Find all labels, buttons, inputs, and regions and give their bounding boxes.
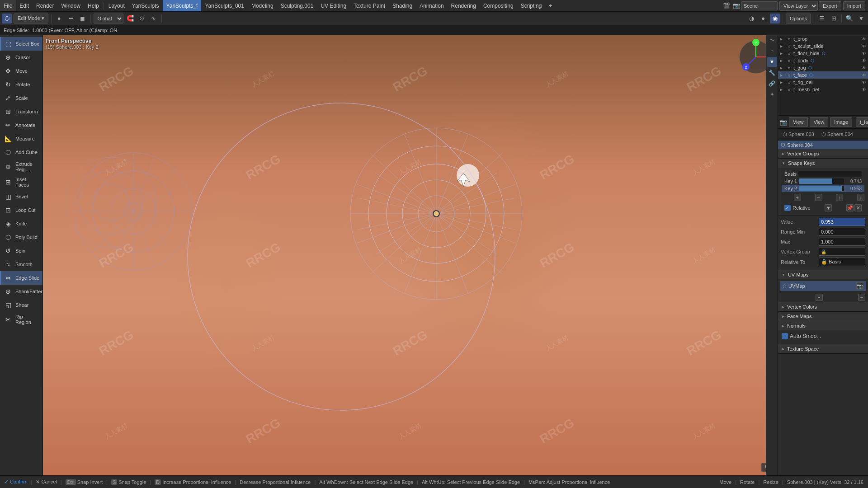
oi-eye-t-gog[interactable]: 👁 <box>862 66 866 70</box>
uv-add-btn[interactable]: + <box>816 294 823 301</box>
view-toolbar-icon[interactable]: 📷 <box>780 117 787 127</box>
outliner-item-t-body[interactable]: ▶ ○ t_body ⬡ 👁 <box>778 57 868 64</box>
oi-eye-t-rig-oel[interactable]: 👁 <box>862 80 866 85</box>
ri-data-props[interactable]: ▼ <box>767 57 777 67</box>
menu-file[interactable]: File <box>0 0 16 11</box>
shape-key-basis[interactable]: Basis <box>782 170 864 178</box>
vertex-groups-header[interactable]: ▶ Vertex Groups <box>778 149 868 158</box>
view-btn[interactable]: View <box>789 117 808 127</box>
vertex-mode[interactable]: ● <box>54 14 64 23</box>
view-btn2[interactable]: View <box>810 117 829 127</box>
oi-eye-t-face[interactable]: 👁 <box>862 73 866 78</box>
menu-yansculpts-001[interactable]: YanSculpts_001 <box>201 0 248 11</box>
sk-down-btn[interactable]: ↓ <box>857 194 864 201</box>
edit-mode-icon[interactable]: ⬡ <box>2 14 12 23</box>
header-icon1[interactable]: ☰ <box>817 14 827 23</box>
outliner-item-t-rig-oel[interactable]: ▶ ○ t_rig_oel 👁 <box>778 79 868 86</box>
tool-add-cube[interactable]: ⬡ Add Cube <box>0 145 42 159</box>
filter-icon[interactable]: ▼ <box>856 14 866 23</box>
shape-key-key-2[interactable]: Key 2 0.953 <box>782 185 864 192</box>
vertex-colors-header[interactable]: ▶ Vertex Colors <box>778 302 868 311</box>
tool-shrink-fatten[interactable]: ⊛ ShrinkFatten <box>0 285 42 298</box>
oi-eye-t-sculpt-slide[interactable]: 👁 <box>862 44 866 49</box>
oi-eye-t-prop[interactable]: 👁 <box>862 37 866 42</box>
normals-header[interactable]: ▶ Normals <box>778 321 868 330</box>
tool-inset-faces[interactable]: ⊞ Inset Faces <box>0 174 42 190</box>
render-icon[interactable]: 🎬 <box>722 1 731 11</box>
oi-eye-t-body[interactable]: 👁 <box>862 58 866 63</box>
snap-icon[interactable]: 🧲 <box>125 14 135 23</box>
t-face-btn[interactable]: t_face <box>856 117 868 127</box>
resize-btn[interactable]: Resize <box>761 479 780 485</box>
menu-help[interactable]: Help <box>84 0 103 11</box>
scene-icon[interactable]: 📷 <box>731 1 741 11</box>
value-field[interactable]: 0.953 <box>819 218 865 226</box>
outliner-item-t-face[interactable]: ▶ ○ t_face ⬡ 👁 <box>778 71 868 79</box>
texture-space-header[interactable]: ▶ Texture Space <box>778 344 868 353</box>
sk-close-btn[interactable]: ✕ <box>854 204 862 211</box>
sphere-004-tab[interactable]: ⬡ Sphere.004 <box>819 131 856 138</box>
uv-remove-btn[interactable]: − <box>858 294 865 301</box>
shape-keys-header[interactable]: ▼ Shape Keys <box>778 159 868 168</box>
main-viewport[interactable]: RRCG 人人素材 RRCG 人人素材 RRCG 人人素材 RRCG 人人素材 … <box>43 35 778 475</box>
menu-window[interactable]: Window <box>57 0 84 11</box>
outliner-item-t-floor-hide[interactable]: ▶ ○ t_floor_hide ⬡ 👁 <box>778 50 868 57</box>
xray-toggle[interactable]: ◑ <box>746 14 756 23</box>
uvmap-camera-btn[interactable]: 📷 <box>856 282 863 290</box>
tool-spin[interactable]: ↺ Spin <box>0 244 42 258</box>
view-layer-select[interactable]: View Layer <box>779 1 818 11</box>
menu-texture-paint[interactable]: Texture Paint <box>350 0 389 11</box>
uvmap-item[interactable]: ⬡ UVMap 📷 <box>780 281 866 291</box>
tool-cursor[interactable]: ⊕ Cursor <box>0 51 42 64</box>
tool-loop-cut[interactable]: ⊡ Loop Cut <box>0 203 42 217</box>
sk-add-btn[interactable]: + <box>794 194 801 201</box>
menu-shading[interactable]: Shading <box>389 0 416 11</box>
sphere-003-tab[interactable]: ⬡ Sphere.003 <box>780 131 817 138</box>
auto-smooth-checkbox[interactable] <box>782 333 788 339</box>
range-min-field[interactable]: 0.000 <box>819 228 865 236</box>
menu-sculpting[interactable]: Sculpting.001 <box>277 0 317 11</box>
ri-modifier-props[interactable]: 🔧 <box>767 68 777 78</box>
viewport-shading-render[interactable]: ◉ <box>770 14 780 23</box>
outliner-item-t-prop[interactable]: ▶ ○ t_prop 👁 <box>778 35 868 42</box>
sk-up-btn[interactable]: ↑ <box>836 194 843 201</box>
relative-checkbox[interactable]: ✓ <box>784 205 791 211</box>
outliner-item-t-mesh-def[interactable]: ▶ ○ t_mesh_def 👁 <box>778 86 868 93</box>
menu-layout[interactable]: Layout <box>105 0 128 11</box>
tool-measure[interactable]: 📐 Measure <box>0 132 42 145</box>
scene-name-input[interactable] <box>741 1 778 10</box>
menu-scripting[interactable]: Scripting <box>517 0 546 11</box>
sk-remove-btn[interactable]: − <box>815 194 822 201</box>
viewport-shading-solid[interactable]: ● <box>758 14 768 23</box>
ri-curve-props[interactable]: 〜 <box>767 35 777 45</box>
relative-options[interactable]: ▼ <box>825 204 832 211</box>
tool-smooth[interactable]: ≈ Smooth <box>0 258 42 271</box>
header-icon2[interactable]: ⊞ <box>829 14 839 23</box>
tool-move[interactable]: ✥ Move <box>0 64 42 78</box>
options-btn[interactable]: Options <box>786 14 811 23</box>
tool-rotate[interactable]: ↻ Rotate <box>0 78 42 91</box>
edge-mode[interactable]: ━ <box>66 14 76 23</box>
edit-mode-btn[interactable]: Edit Mode ▾ <box>14 14 48 23</box>
oi-eye-t-mesh-def[interactable]: 👁 <box>862 87 866 92</box>
outliner-item-t-sculpt-slide[interactable]: ▶ ○ t_sculpt_slide 👁 <box>778 42 868 50</box>
menu-rendering[interactable]: Rendering <box>448 0 480 11</box>
sk-pin-btn[interactable]: 📌 <box>846 204 854 211</box>
oi-eye-t-floor-hide[interactable]: 👁 <box>862 51 866 56</box>
sphere-004-active[interactable]: ⬡ Sphere.004 <box>778 141 868 149</box>
menu-uv-editing[interactable]: UV Editing <box>317 0 350 11</box>
tool-bevel[interactable]: ◫ Bevel <box>0 190 42 203</box>
tool-annotate[interactable]: ✏ Annotate <box>0 118 42 132</box>
uv-maps-header[interactable]: ▼ UV Maps <box>778 270 868 279</box>
ri-material-props[interactable]: ○ <box>767 46 777 56</box>
tool-shear[interactable]: ◱ Shear <box>0 298 42 312</box>
tool-knife[interactable]: ◈ Knife <box>0 217 42 230</box>
tool-extrude-region[interactable]: ⊕ Extrude Regi... <box>0 159 42 174</box>
export-button[interactable]: Export <box>819 1 841 10</box>
shape-key-key-1[interactable]: Key 1 0.743 <box>782 178 864 185</box>
menu-yansculpts-f[interactable]: YanSculpts_f <box>163 0 202 11</box>
vertex-group-field[interactable]: 🔒 <box>819 248 865 256</box>
menu-render[interactable]: Render <box>33 0 57 11</box>
menu-add[interactable]: + <box>545 0 556 11</box>
proportional-icon[interactable]: ⊙ <box>137 14 147 23</box>
